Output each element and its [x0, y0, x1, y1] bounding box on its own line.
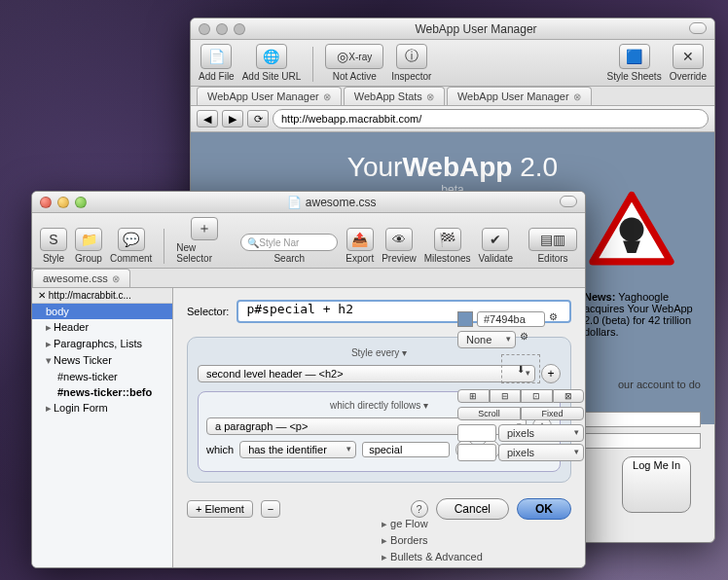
unit-select[interactable]: pixels — [498, 444, 584, 461]
preview-button[interactable]: 👁Preview — [382, 228, 417, 264]
selector-label: Selector: — [187, 306, 229, 317]
news-box: News: Yaghoogle acquires Your WebApp 2.0… — [584, 291, 701, 338]
override-button[interactable]: ✕Override — [670, 44, 707, 82]
flag-icon: 🏁 — [434, 228, 461, 251]
size-input[interactable] — [457, 424, 496, 442]
sidebar-item-header[interactable]: ▸Header — [32, 319, 172, 336]
size-input[interactable] — [457, 444, 496, 461]
close-icon[interactable]: ⊗ — [573, 91, 581, 102]
group-button[interactable]: 📁Group — [75, 228, 102, 264]
folder-icon: 📁 — [75, 228, 102, 251]
disclosure-icon: ▸ — [46, 402, 54, 415]
comment-icon: 💬 — [118, 228, 145, 251]
warning-sign-icon — [588, 191, 675, 269]
attach-segment[interactable]: ScrollFixed — [457, 407, 584, 420]
login-user-field[interactable] — [584, 412, 701, 427]
inspector-button[interactable]: ⓘInspector — [391, 44, 431, 82]
selector-sidebar: ✕ http://macrabbit.c... body ▸Header ▸Pa… — [32, 288, 173, 568]
close-icon[interactable]: ⊗ — [323, 91, 331, 102]
info-icon: ⓘ — [396, 44, 427, 69]
search-field[interactable]: 🔍 Style Nar — [240, 234, 338, 251]
login-button[interactable]: Log Me In — [622, 456, 691, 513]
close-icon[interactable]: ⊗ — [112, 273, 120, 284]
bg-select[interactable]: None — [457, 331, 516, 348]
add-element-button[interactable]: + Element — [187, 500, 253, 518]
window-title: WebApp User Manager — [245, 22, 707, 36]
align-segment[interactable]: ⊞⊟⊡⊠ — [457, 389, 584, 403]
identifier-input[interactable] — [362, 442, 450, 457]
xray-button[interactable]: ◎ X-rayNot Active — [325, 44, 383, 82]
close-button[interactable] — [40, 197, 52, 208]
disclosure-icon: ▸ — [46, 321, 54, 334]
main-toolbar: 📄Add File 🌐Add Site URL ◎ X-rayNot Activ… — [191, 40, 714, 87]
file-tab[interactable]: awesome.css⊗ — [32, 269, 130, 287]
forward-button[interactable]: ▶ — [222, 110, 243, 127]
titlebar[interactable]: WebApp User Manager — [191, 18, 714, 40]
account-text: our account to do — [618, 379, 701, 390]
property-panel: #7494ba ⚙ None ⚙ ⬇ ⊞⊟⊡⊠ ScrollFixed pixe… — [457, 311, 584, 463]
eye-icon: 👁 — [385, 228, 413, 251]
disclosure-list: ge Flow Borders Bullets & Advanced — [378, 516, 487, 565]
toolbar-toggle[interactable] — [689, 22, 707, 34]
stylesheets-icon: 🟦 — [619, 44, 650, 69]
stylesheets-button[interactable]: 🟦Style Sheets — [606, 44, 661, 82]
comment-button[interactable]: 💬Comment — [110, 228, 152, 264]
sidebar-item-newsticker-before[interactable]: #news-ticker::befo — [32, 384, 172, 400]
check-icon: ✔ — [482, 228, 509, 251]
validate-button[interactable]: ✔Validate — [479, 228, 513, 264]
window-title: 📄 awesome.css — [87, 196, 577, 209]
add-url-button[interactable]: 🌐Add Site URL — [242, 44, 302, 82]
login-pass-field[interactable] — [584, 433, 701, 449]
close-icon[interactable]: ⊗ — [426, 91, 434, 102]
page-logo: YourWebApp 2.0 — [210, 152, 695, 183]
minimize-button[interactable] — [216, 23, 228, 35]
editors-button[interactable]: ▤▥Editors — [528, 228, 577, 264]
condition-select[interactable]: has the identifier — [239, 441, 356, 458]
sidebar-item-body[interactable]: body — [32, 304, 172, 319]
browser-navbar: ◀ ▶ ⟳ http://webapp.macrabbit.com/ — [191, 106, 714, 132]
tab-2[interactable]: WebApp Stats⊗ — [344, 87, 445, 105]
gear-icon[interactable]: ⚙ — [549, 311, 558, 327]
minimize-button[interactable] — [57, 197, 69, 208]
override-icon: ✕ — [673, 44, 704, 69]
plus-icon: ＋ — [191, 217, 218, 240]
bullets-section[interactable]: Bullets & Advanced — [378, 549, 487, 565]
sidebar-url[interactable]: ✕ http://macrabbit.c... — [32, 288, 172, 304]
sidebar-item-news[interactable]: ▾News Ticker — [32, 352, 172, 369]
milestones-button[interactable]: 🏁Milestones — [424, 228, 471, 264]
pageflow-section[interactable]: ge Flow — [378, 516, 487, 532]
tab-3[interactable]: WebApp User Manager⊗ — [447, 87, 592, 105]
url-field[interactable]: http://webapp.macrabbit.com/ — [273, 109, 709, 128]
style-icon: S — [40, 228, 67, 251]
disclosure-icon: ▸ — [46, 338, 54, 350]
back-button[interactable]: ◀ — [197, 110, 218, 127]
color-swatch[interactable] — [457, 311, 473, 327]
add-file-button[interactable]: 📄Add File — [199, 44, 235, 82]
gear-icon[interactable]: ⚙ — [520, 331, 528, 348]
ok-button[interactable]: OK — [517, 498, 571, 520]
zoom-button[interactable] — [75, 197, 87, 208]
document-tabs: WebApp User Manager⊗ WebApp Stats⊗ WebAp… — [191, 87, 714, 106]
titlebar[interactable]: 📄 awesome.css — [32, 192, 585, 213]
image-well[interactable]: ⬇ — [501, 354, 540, 383]
svg-point-1 — [620, 218, 644, 242]
style-button[interactable]: SStyle — [40, 228, 67, 264]
unit-select[interactable]: pixels — [498, 424, 584, 442]
editors-icon: ▤▥ — [528, 228, 577, 251]
new-selector-button[interactable]: ＋New Selector — [176, 217, 233, 264]
sidebar-item-paragraphs[interactable]: ▸Paragraphcs, Lists — [32, 336, 172, 352]
xray-icon: ◎ X-ray — [325, 44, 383, 69]
file-plus-icon: 📄 — [200, 44, 232, 69]
tab-1[interactable]: WebApp User Manager⊗ — [197, 87, 342, 105]
zoom-button[interactable] — [234, 23, 245, 35]
reload-button[interactable]: ⟳ — [247, 110, 269, 127]
sidebar-item-login[interactable]: ▸Login Form — [32, 400, 172, 417]
globe-plus-icon: 🌐 — [256, 44, 287, 69]
color-hex-input[interactable]: #7494ba — [477, 311, 545, 327]
toolbar-toggle[interactable] — [560, 196, 577, 207]
sidebar-item-newsticker[interactable]: #news-ticker — [32, 369, 172, 384]
close-button[interactable] — [199, 23, 210, 35]
borders-section[interactable]: Borders — [378, 532, 487, 549]
remove-element-button[interactable]: − — [261, 500, 280, 518]
export-button[interactable]: 📤Export — [346, 228, 374, 264]
